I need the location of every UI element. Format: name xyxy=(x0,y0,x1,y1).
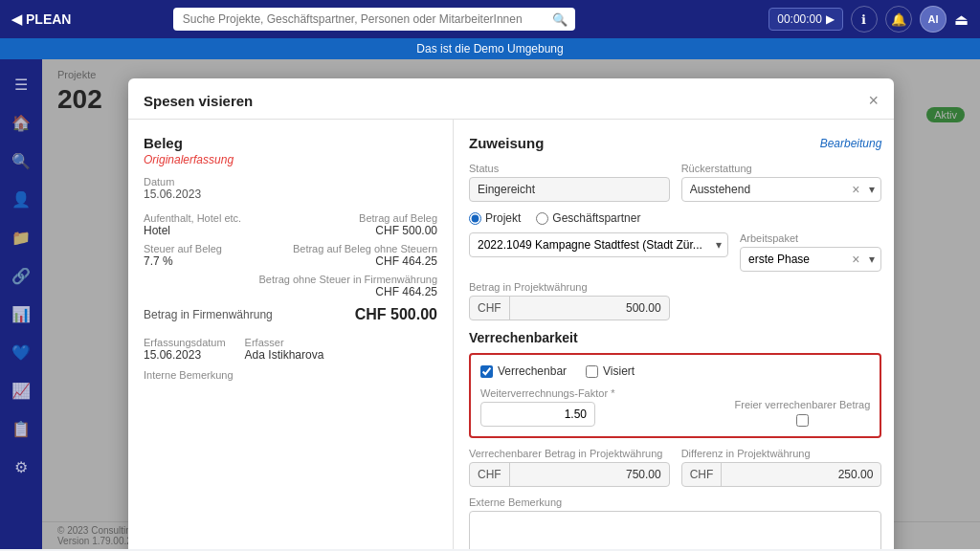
freier-betrag-checkbox-wrapper xyxy=(735,414,871,427)
sidebar-item-settings[interactable]: ⚙ xyxy=(6,452,36,482)
verrechenbarer-betrag-group: Verrechenbarer Betrag in Projektwährung … xyxy=(469,448,670,487)
zuweisung-title: Zuweisung xyxy=(469,135,544,151)
betrag-projektwaehrung-group: Betrag in Projektwährung CHF xyxy=(469,281,670,320)
rueckerstattung-arrow-icon[interactable]: ▾ xyxy=(863,183,880,196)
sidebar-item-network[interactable]: 🔗 xyxy=(6,260,36,291)
projekt-group: 2022.1049 Kampagne Stadtfest (Stadt Zür.… xyxy=(469,232,728,272)
sidebar-item-favorites[interactable]: 💙 xyxy=(6,337,36,367)
erfassungsdatum-item: Erfassungsdatum 15.06.2023 xyxy=(144,337,226,362)
steuer-label: Steuer auf Beleg xyxy=(144,243,222,254)
rueckerstattung-select-wrapper[interactable]: Ausstehend × ▾ xyxy=(681,177,882,202)
top-navigation: ◀ PLEAN 🔍 00:00:00 ▶ ℹ 🔔 AI ⏏ xyxy=(0,0,980,38)
aufenthalt-label: Aufenthalt, Hotel etc. xyxy=(144,212,241,224)
modal-close-button[interactable]: × xyxy=(868,92,879,109)
projekt-select[interactable]: 2022.1049 Kampagne Stadtfest (Stadt Zür.… xyxy=(470,233,710,256)
brand-name: PLEAN xyxy=(26,11,71,27)
interne-bemerkung-label: Interne Bemerkung xyxy=(144,369,437,381)
beleg-panel: Beleg Originalerfassung Datum 15.06.2023… xyxy=(128,120,454,549)
main-layout: ☰ 🏠 🔍 👤 📁 🔗 📊 💙 📈 📋 ⚙ Projekte 202 Aktiv… xyxy=(0,59,980,549)
betrag-ohne-steuer-firma-value: CHF 464.25 xyxy=(259,285,438,298)
projekt-radio-label[interactable]: Projekt xyxy=(469,211,521,225)
sidebar-item-reports[interactable]: 📊 xyxy=(6,298,36,329)
rueckerstattung-label: Rückerstattung xyxy=(681,163,882,174)
betrag-ohne-steuer-value: CHF 464.25 xyxy=(293,254,437,268)
betrag-ohne-steuer-firma-right: Betrag ohne Steuer in Firmenwährung CHF … xyxy=(259,274,438,298)
arbeitspaket-clear-button[interactable]: × xyxy=(848,252,863,267)
arbeitspaket-select-wrapper[interactable]: erste Phase × ▾ xyxy=(740,247,881,272)
betrag-firma-row: Betrag ohne Steuer in Firmenwährung CHF … xyxy=(144,274,437,298)
projekt-radio[interactable] xyxy=(469,212,481,225)
sidebar-item-user[interactable]: 👤 xyxy=(6,184,36,214)
steuer-value: 7.7 % xyxy=(144,254,222,268)
factor-row: Weiterverrechnungs-Faktor * Freier verre… xyxy=(480,387,870,427)
sidebar-item-analytics[interactable]: 📈 xyxy=(6,375,36,406)
timer-display: 00:00:00 xyxy=(777,12,822,26)
modal-header: Spesen visieren × xyxy=(128,78,894,120)
verrechenbarkeit-box: Verrechenbar Visiert Weiterverrechnungs-… xyxy=(469,353,881,438)
datum-label: Datum xyxy=(144,176,437,187)
search-icon: 🔍 xyxy=(552,12,568,27)
verrechenbar-checkbox-label[interactable]: Verrechenbar xyxy=(480,364,567,378)
sidebar-item-search[interactable]: 🔍 xyxy=(6,145,36,176)
freier-betrag-group: Freier verrechenbarer Betrag xyxy=(735,399,871,427)
rueckerstattung-clear-button[interactable]: × xyxy=(848,182,863,197)
ai-button[interactable]: AI xyxy=(920,6,947,33)
search-bar[interactable]: 🔍 xyxy=(173,8,575,31)
visiert-checkbox-label[interactable]: Visiert xyxy=(586,364,635,378)
sidebar-item-menu[interactable]: ☰ xyxy=(6,69,36,99)
aufenthalt-value: Hotel xyxy=(144,224,241,237)
meta-row: Erfassungsdatum 15.06.2023 Erfasser Ada … xyxy=(144,337,437,362)
datum-field: Datum 15.06.2023 xyxy=(144,176,437,201)
weiterverrechnung-group: Weiterverrechnungs-Faktor * xyxy=(480,387,735,427)
notifications-button[interactable]: 🔔 xyxy=(885,6,912,33)
geschaeftspartner-radio[interactable] xyxy=(536,212,548,225)
info-button[interactable]: ℹ xyxy=(851,6,878,33)
geschaeftspartner-radio-label[interactable]: Geschäftspartner xyxy=(536,211,640,225)
arbeitspaket-label: Arbeitspaket xyxy=(740,232,881,244)
differenz-group: Differenz in Projektwährung CHF xyxy=(681,448,882,487)
verrechenbarkeit-title: Verrechenbarkeit xyxy=(469,330,881,345)
verrechenbarer-currency-field: CHF xyxy=(469,462,670,487)
freier-betrag-checkbox[interactable] xyxy=(796,414,809,427)
rueckerstattung-group: Rückerstattung Ausstehend × ▾ xyxy=(681,163,882,202)
visiert-checkbox[interactable] xyxy=(586,365,598,378)
timer-button[interactable]: 00:00:00 ▶ xyxy=(768,8,843,31)
arbeitspaket-select[interactable]: erste Phase xyxy=(741,248,848,271)
search-input[interactable] xyxy=(173,8,575,31)
demo-banner-text: Das ist die Demo Umgebung xyxy=(416,42,563,55)
placeholder-group xyxy=(681,281,882,320)
arbeitspaket-arrow-icon[interactable]: ▾ xyxy=(863,253,880,266)
verrechenbar-label: Verrechenbar xyxy=(498,364,567,378)
verrechenbarer-betrag-row: Verrechenbarer Betrag in Projektwährung … xyxy=(469,448,881,487)
verrechenbarer-currency-label: CHF xyxy=(470,463,510,486)
verrechenbar-checkbox[interactable] xyxy=(480,365,493,378)
betrag-projektwaehrung-label: Betrag in Projektwährung xyxy=(469,281,670,293)
externe-bemerkung-textarea[interactable] xyxy=(469,511,881,549)
brand-icon: ◀ xyxy=(11,11,22,27)
sidebar-item-list[interactable]: 📋 xyxy=(6,413,36,444)
verrechenbarer-input xyxy=(510,463,669,486)
projekt-arbeitspaket-row: 2022.1049 Kampagne Stadtfest (Stadt Zür.… xyxy=(469,232,881,272)
freier-betrag-label: Freier verrechenbarer Betrag xyxy=(735,399,871,410)
betrag-currency-label: CHF xyxy=(470,297,510,320)
betrag-input[interactable] xyxy=(510,297,669,320)
projekt-select-wrapper[interactable]: 2022.1049 Kampagne Stadtfest (Stadt Zür.… xyxy=(469,232,728,257)
weiterverrechnung-label: Weiterverrechnungs-Faktor * xyxy=(480,387,735,399)
status-group: Status xyxy=(469,163,670,202)
aufenthalt-row: Aufenthalt, Hotel etc. Hotel Betrag auf … xyxy=(144,212,437,237)
betrag-beleg-right: Betrag auf Beleg CHF 500.00 xyxy=(359,212,437,237)
status-rueckerstattung-row: Status Rückerstattung Ausstehend × xyxy=(469,163,881,202)
sidebar-item-home[interactable]: 🏠 xyxy=(6,107,36,138)
steuer-row: Steuer auf Beleg 7.7 % Betrag auf Beleg … xyxy=(144,243,437,268)
demo-banner: Das ist die Demo Umgebung xyxy=(0,38,980,59)
erfasser-label: Erfasser xyxy=(245,337,324,348)
erfassungsdatum-value: 15.06.2023 xyxy=(144,348,226,362)
projekt-arrow-icon[interactable]: ▾ xyxy=(710,238,727,252)
sidebar-item-projects[interactable]: 📁 xyxy=(6,222,36,253)
arbeitspaket-group: Arbeitspaket erste Phase × ▾ xyxy=(740,232,881,272)
logout-button[interactable]: ⏏ xyxy=(954,11,969,29)
betrag-firma-value: CHF 500.00 xyxy=(355,306,437,323)
rueckerstattung-select[interactable]: Ausstehend xyxy=(682,178,848,201)
steuer-left: Steuer auf Beleg 7.7 % xyxy=(144,243,222,268)
weiterverrechnung-input[interactable] xyxy=(480,402,595,427)
